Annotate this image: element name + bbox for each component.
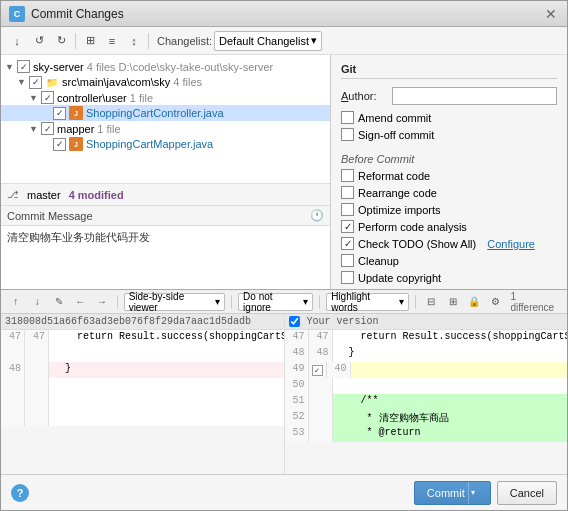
main-content: ▼ ✓ sky-server 4 files D:\code\sky-take-… — [1, 55, 567, 289]
tree-controller[interactable]: ▼ ✓ controller\user 1 file — [1, 90, 330, 105]
rearrange-label: Rearrange code — [358, 187, 437, 199]
diff-line — [1, 346, 284, 362]
src-label: src\main\java\com\sky — [62, 76, 170, 88]
root-path: D:\code\sky-take-out\sky-server — [116, 61, 274, 73]
amend-commit-checkbox[interactable] — [341, 111, 354, 124]
perform-checkbox[interactable] — [341, 220, 354, 233]
diff-right-lines: 47 47 return Result.success(shoppingCart… — [285, 330, 568, 474]
file2-checkbox[interactable]: ✓ — [53, 138, 66, 151]
line-num: 47 — [285, 330, 309, 346]
help-button[interactable]: ? — [11, 484, 29, 502]
move-down-btn[interactable]: ↓ — [7, 31, 27, 51]
src-checkbox[interactable]: ✓ — [29, 76, 42, 89]
group-btn[interactable]: ⊞ — [80, 31, 100, 51]
line-content: * @return — [333, 426, 568, 442]
line-content — [351, 362, 568, 378]
commit-dropdown-arrow[interactable]: ▾ — [468, 482, 478, 504]
diff-back-icon[interactable]: ← — [72, 293, 90, 311]
history-icon[interactable]: 🕐 — [310, 209, 324, 222]
line-num2: 47 — [25, 330, 49, 346]
diff-cb[interactable] — [312, 365, 323, 376]
before-commit-title: Before Commit — [341, 153, 557, 165]
diff-forward-icon[interactable]: → — [93, 293, 111, 311]
cleanup-label: Cleanup — [358, 255, 399, 267]
redo-btn[interactable]: ↻ — [51, 31, 71, 51]
diff-icon3[interactable]: 🔒 — [465, 293, 483, 311]
diff-arrow-up[interactable]: ↑ — [7, 293, 25, 311]
sort-btn[interactable]: ↕ — [124, 31, 144, 51]
file1-name: ShoppingCartController.java — [86, 107, 224, 119]
chevron-down-icon: ▾ — [399, 296, 404, 307]
status-bar: ⎇ master 4 modified — [1, 183, 330, 205]
diff-arrow-down[interactable]: ↓ — [29, 293, 47, 311]
arrow-icon: ▼ — [29, 124, 41, 134]
line-content: return Result.success(shoppingCartSe — [49, 330, 284, 346]
line-num2: 48 — [309, 346, 333, 362]
commit-button[interactable]: Commit ▾ — [414, 481, 491, 505]
file-shopping-cart-controller[interactable]: ✓ J ShoppingCartController.java — [1, 105, 330, 121]
highlight-dropdown[interactable]: Highlight words ▾ — [326, 293, 409, 311]
changelist-dropdown[interactable]: Default Changelist ▾ — [214, 31, 322, 51]
ignore-label: Do not ignore — [243, 291, 301, 313]
file-tree[interactable]: ▼ ✓ sky-server 4 files D:\code\sky-take-… — [1, 55, 330, 183]
diff-right-label: Your version — [307, 316, 379, 327]
signoff-label: Sign-off commit — [358, 129, 434, 141]
diff-line: 53 * @return — [285, 426, 568, 442]
diff-line: 50 — [285, 378, 568, 394]
author-input[interactable] — [392, 87, 557, 105]
reformat-row: Reformat code — [341, 169, 557, 182]
diff-edit-icon[interactable]: ✎ — [50, 293, 68, 311]
line-num2 — [25, 378, 49, 394]
line-num2 — [25, 362, 49, 378]
undo-btn[interactable]: ↺ — [29, 31, 49, 51]
file-shopping-cart-mapper[interactable]: ✓ J ShoppingCartMapper.java — [1, 136, 330, 152]
cleanup-checkbox[interactable] — [341, 254, 354, 267]
optimize-checkbox[interactable] — [341, 203, 354, 216]
update-copyright-checkbox[interactable] — [341, 271, 354, 284]
line-num: 48 — [285, 346, 309, 362]
configure-link[interactable]: Configure — [487, 238, 535, 250]
controller-label: controller\user — [57, 92, 127, 104]
diff-icon4[interactable]: ⚙ — [487, 293, 505, 311]
file1-checkbox[interactable]: ✓ — [53, 107, 66, 120]
reformat-checkbox[interactable] — [341, 169, 354, 182]
line-content — [49, 394, 284, 410]
root-label: sky-server — [33, 61, 84, 73]
diff-icon2[interactable]: ⊞ — [444, 293, 462, 311]
line-num — [1, 346, 25, 362]
cancel-button[interactable]: Cancel — [497, 481, 557, 505]
modified-badge[interactable]: 4 modified — [69, 189, 124, 201]
arrow-icon: ▼ — [5, 62, 17, 72]
changelist-label: Changelist: — [157, 35, 212, 47]
diff-icon1[interactable]: ⊟ — [422, 293, 440, 311]
commit-header-label: Commit Message — [7, 210, 93, 222]
ignore-dropdown[interactable]: Do not ignore ▾ — [238, 293, 313, 311]
diff-line — [1, 394, 284, 410]
tree-mapper[interactable]: ▼ ✓ mapper 1 file — [1, 121, 330, 136]
check-todo-checkbox[interactable] — [341, 237, 354, 250]
close-button[interactable]: ✕ — [543, 6, 559, 22]
action-buttons: Commit ▾ Cancel — [414, 481, 557, 505]
mapper-label: mapper — [57, 123, 94, 135]
line-num: 53 — [285, 426, 309, 442]
commit-message-input[interactable]: 清空购物车业务功能代码开发 — [1, 226, 330, 286]
expand-btn[interactable]: ≡ — [102, 31, 122, 51]
signoff-checkbox[interactable] — [341, 128, 354, 141]
side-by-side-dropdown[interactable]: Side-by-side viewer ▾ — [124, 293, 226, 311]
controller-checkbox[interactable]: ✓ — [41, 91, 54, 104]
tree-src[interactable]: ▼ ✓ 📁 src\main\java\com\sky 4 files — [1, 74, 330, 90]
line-content: /** — [333, 394, 568, 410]
line-num2 — [25, 346, 49, 362]
diff-sep4 — [415, 295, 416, 309]
root-checkbox[interactable]: ✓ — [17, 60, 30, 73]
line-num2 — [309, 426, 333, 442]
chevron-down-icon: ▾ — [215, 296, 220, 307]
right-checkbox[interactable] — [289, 316, 300, 327]
tree-root[interactable]: ▼ ✓ sky-server 4 files D:\code\sky-take-… — [1, 59, 330, 74]
line-num2: 40 — [327, 362, 351, 378]
highlight-label: Highlight words — [331, 291, 397, 313]
line-num: 49 — [285, 362, 309, 378]
rearrange-checkbox[interactable] — [341, 186, 354, 199]
mapper-checkbox[interactable]: ✓ — [41, 122, 54, 135]
file2-name: ShoppingCartMapper.java — [86, 138, 213, 150]
